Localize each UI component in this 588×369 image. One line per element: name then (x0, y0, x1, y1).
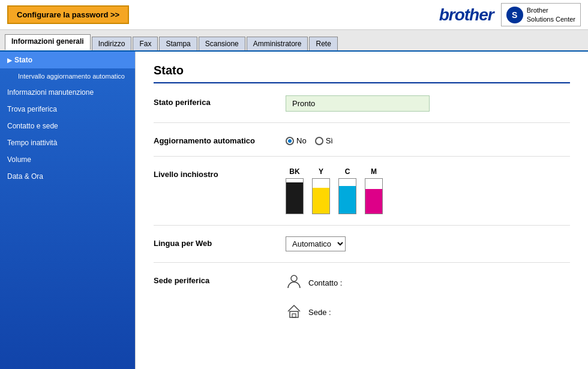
ink-level-row: Livello inchiostro BK Y (154, 167, 570, 226)
configure-password-button[interactable]: Configurare la password >> (7, 5, 129, 24)
sidebar: Stato Intervallo aggiornamento automatic… (0, 52, 135, 369)
sede-row: Sede : (286, 303, 570, 322)
radio-si-circle (315, 137, 323, 145)
sidebar-item-tempo-inattivita[interactable]: Tempo inattività (0, 134, 135, 151)
tab-stampa[interactable]: Stampa (159, 37, 197, 50)
radio-no-circle (286, 137, 294, 145)
page-title: Stato (154, 64, 570, 83)
ink-bar-m (365, 178, 383, 214)
sidebar-item-volume[interactable]: Volume (0, 151, 135, 168)
tab-informazioni[interactable]: Informazioni generali (5, 34, 91, 50)
tab-fax[interactable]: Fax (133, 37, 158, 50)
location-value: Contatto : Sede : (286, 274, 570, 322)
language-value: Automatico Italiano English Français Deu… (286, 236, 570, 251)
device-status-row: Stato periferica Pronto (154, 95, 570, 123)
svg-rect-1 (290, 311, 298, 317)
ink-fill-m (365, 189, 382, 214)
ink-container: BK Y C (286, 167, 570, 214)
tab-amministratore[interactable]: Amministratore (247, 37, 308, 50)
location-label: Sede periferica (154, 274, 286, 285)
language-select[interactable]: Automatico Italiano English Français Deu… (286, 236, 346, 251)
svg-point-0 (291, 275, 297, 281)
ink-col-m: M (365, 167, 383, 214)
ink-col-bk: BK (286, 167, 304, 214)
solutions-center-button[interactable]: S BrotherSolutions Center (501, 3, 581, 26)
header: Configurare la password >> brother S Bro… (0, 0, 588, 30)
auto-update-value: No Sì (286, 134, 570, 145)
ink-col-y: Y (312, 167, 330, 214)
sidebar-item-data-ora[interactable]: Data & Ora (0, 168, 135, 185)
ink-level-label: Livello inchiostro (154, 167, 286, 179)
main-layout: Stato Intervallo aggiornamento automatic… (0, 52, 588, 369)
contact-label: Contatto : (308, 278, 342, 287)
ink-label-m: M (371, 167, 377, 176)
house-icon (286, 303, 302, 322)
content-area: Stato Stato periferica Pronto Aggiorname… (135, 52, 588, 369)
radio-si[interactable]: Sì (315, 136, 333, 145)
ink-fill-y (313, 188, 329, 214)
solutions-center-icon: S (506, 7, 523, 23)
radio-si-label: Sì (326, 136, 333, 145)
sidebar-item-stato[interactable]: Stato (0, 52, 135, 68)
radio-no[interactable]: No (286, 136, 307, 145)
ink-bar-y (312, 178, 330, 214)
auto-update-label: Aggiornamento automatico (154, 134, 286, 145)
tab-rete[interactable]: Rete (309, 37, 337, 50)
tab-scansione[interactable]: Scansione (199, 37, 245, 50)
device-status-value: Pronto (286, 95, 570, 112)
sidebar-item-contatto-sede[interactable]: Contatto e sede (0, 118, 135, 134)
ink-col-c: C (338, 167, 356, 214)
contact-row: Contatto : (286, 274, 570, 292)
device-status-label: Stato periferica (154, 95, 286, 107)
ink-label-bk: BK (289, 167, 299, 176)
sidebar-item-intervallo[interactable]: Intervallo aggiornamento automatico (0, 68, 135, 84)
radio-group-auto-update: No Sì (286, 134, 570, 145)
status-field: Pronto (286, 95, 430, 112)
ink-bar-c (338, 178, 356, 214)
ink-fill-c (339, 186, 356, 214)
svg-rect-2 (292, 314, 296, 317)
solutions-center-label: BrotherSolutions Center (527, 6, 575, 23)
sede-label: Sede : (308, 308, 331, 317)
sidebar-item-informazioni-manutenzione[interactable]: Informazioni manutenzione (0, 84, 135, 101)
person-icon (286, 274, 302, 292)
ink-level-value: BK Y C (286, 167, 570, 214)
location-row: Sede periferica Contatto : (154, 274, 570, 332)
radio-no-label: No (296, 136, 307, 145)
brother-logo: brother (439, 5, 494, 25)
auto-update-row: Aggiornamento automatico No Sì (154, 134, 570, 157)
language-label: Lingua per Web (154, 236, 286, 248)
ink-label-c: C (345, 167, 350, 176)
tab-indirizzo[interactable]: Indirizzo (92, 37, 132, 50)
ink-fill-bk (286, 182, 303, 214)
ink-bar-bk (286, 178, 304, 214)
ink-label-y: Y (319, 167, 323, 176)
language-row: Lingua per Web Automatico Italiano Engli… (154, 236, 570, 263)
nav-bar: Informazioni generali Indirizzo Fax Stam… (0, 30, 588, 52)
sidebar-item-trova-periferica[interactable]: Trova periferica (0, 101, 135, 118)
